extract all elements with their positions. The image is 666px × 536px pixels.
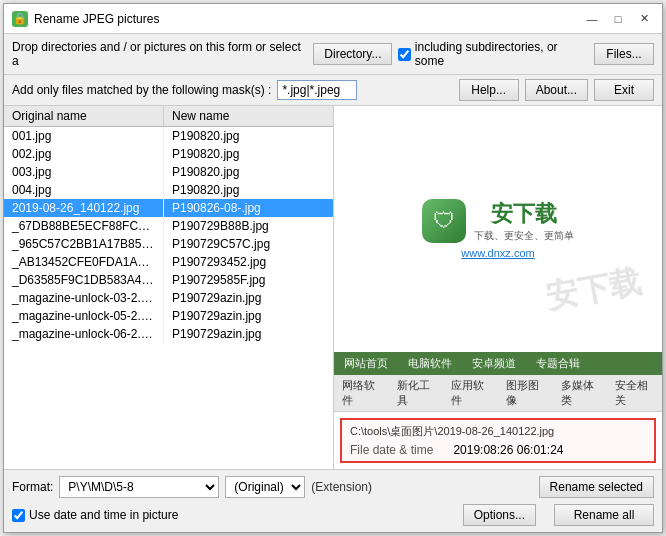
table-row[interactable]: _magazine-unlock-03-2.3.1...P190729azin.… (4, 289, 333, 307)
cell-orig: 003.jpg (4, 163, 164, 181)
cell-orig: _magazine-unlock-05-2.3.1... (4, 307, 164, 325)
mask-row: Add only files matched by the following … (4, 75, 662, 106)
logo-text-main: 安下载 (474, 199, 574, 229)
cell-orig: _D63585F9C1DB583A4250... (4, 271, 164, 289)
subnav-item[interactable]: 应用软件 (443, 375, 498, 411)
cell-new: P190729azin.jpg (164, 289, 333, 307)
nav-item[interactable]: 网站首页 (334, 352, 398, 375)
rename-selected-button[interactable]: Rename selected (539, 476, 654, 498)
directory-button[interactable]: Directory... (313, 43, 391, 65)
logo-url[interactable]: www.dnxz.com (422, 247, 574, 259)
col-orig-header[interactable]: Original name (4, 106, 164, 126)
options-button[interactable]: Options... (463, 504, 536, 526)
main-content: Original name New name 001.jpgP190820.jp… (4, 106, 662, 469)
cell-new: P190729azin.jpg (164, 307, 333, 325)
nav-item[interactable]: 专题合辑 (526, 352, 590, 375)
table-row[interactable]: _965C57C2BB1A17B855954...P190729C57C.jpg (4, 235, 333, 253)
subnav-item[interactable]: 新化工具 (389, 375, 444, 411)
cell-orig: 002.jpg (4, 145, 164, 163)
table-row[interactable]: 004.jpgP190820.jpg (4, 181, 333, 199)
preview-subnav: 网络软件新化工具应用软件图形图像多媒体类安全相关 (334, 375, 662, 412)
subnav-item[interactable]: 图形图像 (498, 375, 553, 411)
format-row: Format: P\Y\M\D\5-8 (Original) (Extensio… (12, 476, 654, 498)
subnav-item[interactable]: 网络软件 (334, 375, 389, 411)
table-row[interactable]: 003.jpgP190820.jpg (4, 163, 333, 181)
file-list: Original name New name 001.jpgP190820.jp… (4, 106, 334, 469)
cell-new: P190820.jpg (164, 181, 333, 199)
table-row[interactable]: _AB13452CFE0FDA1A7276...P1907293452.jpg (4, 253, 333, 271)
files-button[interactable]: Files... (594, 43, 654, 65)
mask-label: Add only files matched by the following … (12, 83, 271, 97)
format-select[interactable]: P\Y\M\D\5-8 (59, 476, 219, 498)
datetime-checkbox[interactable] (12, 509, 25, 522)
subdirectories-checkbox[interactable] (398, 48, 411, 61)
close-button[interactable]: ✕ (634, 9, 654, 29)
table-row[interactable]: 2019-08-26_140122.jpgP190826-08-.jpg (4, 199, 333, 217)
cell-orig: _magazine-unlock-06-2.3.1... (4, 325, 164, 343)
exit-button[interactable]: Exit (594, 79, 654, 101)
logo-subtext: 下载、更安全、更简单 (474, 229, 574, 243)
bottom-bar: Format: P\Y\M\D\5-8 (Original) (Extensio… (4, 469, 662, 532)
cell-new: P190729azin.jpg (164, 325, 333, 343)
cell-orig: _965C57C2BB1A17B855954... (4, 235, 164, 253)
cell-orig: _67DB88BE5ECF88FC9AD3... (4, 217, 164, 235)
nav-item[interactable]: 电脑软件 (398, 352, 462, 375)
table-row[interactable]: 001.jpgP190820.jpg (4, 127, 333, 145)
cell-new: P190729C57C.jpg (164, 235, 333, 253)
minimize-button[interactable]: — (582, 9, 602, 29)
table-row[interactable]: 002.jpgP190820.jpg (4, 145, 333, 163)
rename-all-button[interactable]: Rename all (554, 504, 654, 526)
table-row[interactable]: _D63585F9C1DB583A4250...P190729585F.jpg (4, 271, 333, 289)
list-header: Original name New name (4, 106, 333, 127)
preview-logo: 🛡 安下载 下载、更安全、更简单 www.dnxz.com (334, 106, 662, 352)
datetime-label: Use date and time in picture (29, 508, 178, 522)
subnav-item[interactable]: 安全相关 (607, 375, 662, 411)
cell-new: P190826-08-.jpg (164, 199, 333, 217)
table-row[interactable]: _magazine-unlock-05-2.3.1...P190729azin.… (4, 307, 333, 325)
original-select[interactable]: (Original) (225, 476, 305, 498)
preview-nav: 网站首页电脑软件安卓频道专题合辑 (334, 352, 662, 375)
cell-orig: _magazine-unlock-03-2.3.1... (4, 289, 164, 307)
nav-item[interactable]: 安卓频道 (462, 352, 526, 375)
toolbar: Drop directories and / or pictures on th… (4, 34, 662, 75)
file-meta-value: 2019:08:26 06:01:24 (453, 443, 563, 457)
cell-new: P190820.jpg (164, 163, 333, 181)
extension-label: (Extension) (311, 480, 372, 494)
file-meta-label: File date & time (350, 443, 433, 457)
file-meta-row: File date & time 2019:08:26 06:01:24 (350, 443, 646, 457)
cell-new: P190820.jpg (164, 127, 333, 145)
cell-orig: _AB13452CFE0FDA1A7276... (4, 253, 164, 271)
main-window: 🔒 Rename JPEG pictures — □ ✕ Drop direct… (3, 3, 663, 533)
titlebar: 🔒 Rename JPEG pictures — □ ✕ (4, 4, 662, 34)
table-row[interactable]: _magazine-unlock-06-2.3.1...P190729azin.… (4, 325, 333, 343)
logo-shield-icon: 🛡 (422, 199, 466, 243)
help-button[interactable]: Help... (459, 79, 519, 101)
cell-new: P1907293452.jpg (164, 253, 333, 271)
mask-input[interactable] (277, 80, 357, 100)
cell-new: P190820.jpg (164, 145, 333, 163)
format-label: Format: (12, 480, 53, 494)
subdirectories-checkbox-label[interactable]: including subdirectories, or some (398, 40, 588, 68)
subdirectories-label: including subdirectories, or some (415, 40, 588, 68)
preview-panel: 🛡 安下载 下载、更安全、更简单 www.dnxz.com 安下载 网站首页电脑… (334, 106, 662, 469)
app-icon: 🔒 (12, 11, 28, 27)
col-new-header[interactable]: New name (164, 106, 333, 126)
datetime-checkbox-label[interactable]: Use date and time in picture (12, 508, 178, 522)
cell-orig: 004.jpg (4, 181, 164, 199)
about-button[interactable]: About... (525, 79, 588, 101)
window-title: Rename JPEG pictures (34, 12, 576, 26)
cell-new: P190729B88B.jpg (164, 217, 333, 235)
subnav-item[interactable]: 多媒体类 (553, 375, 608, 411)
table-row[interactable]: _67DB88BE5ECF88FC9AD3...P190729B88B.jpg (4, 217, 333, 235)
options-row: Use date and time in picture Options... … (12, 504, 654, 526)
drop-label: Drop directories and / or pictures on th… (12, 40, 307, 68)
cell-orig: 2019-08-26_140122.jpg (4, 199, 164, 217)
cell-orig: 001.jpg (4, 127, 164, 145)
list-body[interactable]: 001.jpgP190820.jpg002.jpgP190820.jpg003.… (4, 127, 333, 469)
preview-image: 🛡 安下载 下载、更安全、更简单 www.dnxz.com 安下载 (334, 106, 662, 352)
file-path: C:\tools\桌面图片\2019-08-26_140122.jpg (350, 424, 646, 439)
maximize-button[interactable]: □ (608, 9, 628, 29)
cell-new: P190729585F.jpg (164, 271, 333, 289)
file-info-box: C:\tools\桌面图片\2019-08-26_140122.jpg File… (340, 418, 656, 463)
